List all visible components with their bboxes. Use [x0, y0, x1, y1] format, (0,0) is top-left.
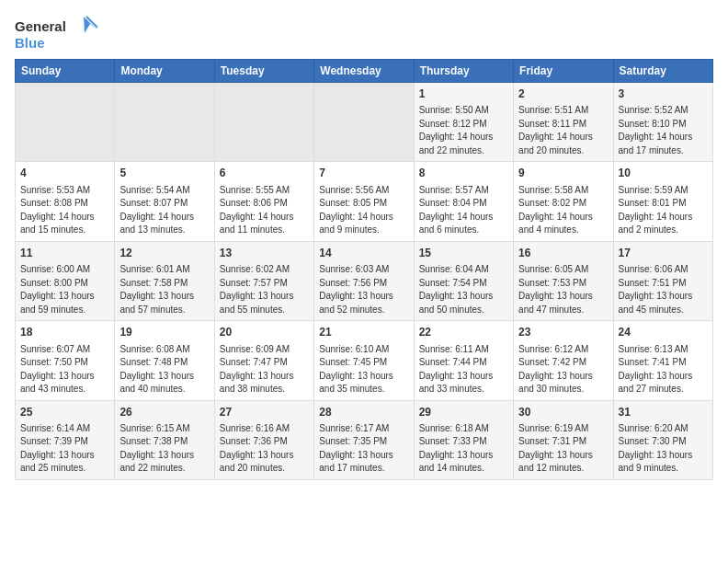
- day-number: 1: [419, 86, 508, 102]
- cell-content: Sunrise: 6:15 AM Sunset: 7:38 PM Dayligh…: [119, 422, 209, 476]
- cell-content: Sunrise: 6:16 AM Sunset: 7:36 PM Dayligh…: [220, 422, 309, 476]
- calendar-cell: 18Sunrise: 6:07 AM Sunset: 7:50 PM Dayli…: [16, 321, 115, 400]
- calendar-table: SundayMondayTuesdayWednesdayThursdayFrid…: [15, 59, 713, 480]
- day-header-wednesday: Wednesday: [314, 60, 414, 83]
- cell-content: Sunrise: 5:59 AM Sunset: 8:01 PM Dayligh…: [619, 184, 708, 237]
- calendar-cell: 13Sunrise: 6:02 AM Sunset: 7:57 PM Dayli…: [214, 241, 313, 320]
- calendar-cell: 17Sunrise: 6:06 AM Sunset: 7:51 PM Dayli…: [613, 241, 712, 320]
- day-number: 9: [518, 166, 608, 181]
- day-header-thursday: Thursday: [414, 60, 513, 83]
- calendar-cell: 20Sunrise: 6:09 AM Sunset: 7:47 PM Dayli…: [214, 321, 313, 400]
- svg-text:Blue: Blue: [15, 35, 45, 51]
- day-number: 8: [419, 166, 508, 181]
- day-number: 21: [319, 325, 408, 340]
- day-number: 10: [619, 166, 708, 181]
- week-row-5: 25Sunrise: 6:14 AM Sunset: 7:39 PM Dayli…: [16, 400, 713, 479]
- day-number: 27: [220, 405, 309, 420]
- day-number: 13: [220, 246, 309, 261]
- calendar-cell: 27Sunrise: 6:16 AM Sunset: 7:36 PM Dayli…: [214, 400, 313, 479]
- calendar-cell: 22Sunrise: 6:11 AM Sunset: 7:44 PM Dayli…: [414, 321, 513, 400]
- cell-content: Sunrise: 6:18 AM Sunset: 7:33 PM Dayligh…: [419, 422, 508, 476]
- page-header: General Blue: [15, 15, 713, 52]
- day-number: 14: [319, 246, 408, 261]
- calendar-cell: [214, 83, 313, 162]
- calendar-cell: [314, 83, 414, 162]
- calendar-cell: 23Sunrise: 6:12 AM Sunset: 7:42 PM Dayli…: [514, 321, 613, 400]
- day-number: 15: [419, 246, 508, 261]
- calendar-cell: 2Sunrise: 5:51 AM Sunset: 8:11 PM Daylig…: [514, 83, 613, 162]
- cell-content: Sunrise: 5:57 AM Sunset: 8:04 PM Dayligh…: [419, 184, 508, 237]
- cell-content: Sunrise: 6:01 AM Sunset: 7:58 PM Dayligh…: [119, 263, 209, 316]
- day-number: 12: [119, 246, 209, 261]
- day-number: 24: [619, 325, 708, 340]
- cell-content: Sunrise: 6:17 AM Sunset: 7:35 PM Dayligh…: [319, 422, 408, 476]
- cell-content: Sunrise: 6:09 AM Sunset: 7:47 PM Dayligh…: [220, 343, 309, 396]
- cell-content: Sunrise: 5:50 AM Sunset: 8:12 PM Dayligh…: [419, 104, 508, 157]
- cell-content: Sunrise: 6:12 AM Sunset: 7:42 PM Dayligh…: [518, 343, 608, 396]
- calendar-cell: 4Sunrise: 5:53 AM Sunset: 8:08 PM Daylig…: [16, 162, 115, 241]
- day-number: 20: [220, 325, 309, 340]
- calendar-cell: 6Sunrise: 5:55 AM Sunset: 8:06 PM Daylig…: [214, 162, 313, 241]
- day-number: 16: [518, 246, 608, 261]
- calendar-cell: [16, 83, 115, 162]
- calendar-cell: 5Sunrise: 5:54 AM Sunset: 8:07 PM Daylig…: [115, 162, 214, 241]
- calendar-cell: 9Sunrise: 5:58 AM Sunset: 8:02 PM Daylig…: [514, 162, 613, 241]
- cell-content: Sunrise: 6:08 AM Sunset: 7:48 PM Dayligh…: [119, 343, 209, 396]
- cell-content: Sunrise: 5:58 AM Sunset: 8:02 PM Dayligh…: [518, 184, 608, 237]
- cell-content: Sunrise: 6:02 AM Sunset: 7:57 PM Dayligh…: [220, 263, 309, 316]
- day-header-tuesday: Tuesday: [214, 60, 313, 83]
- calendar-cell: 29Sunrise: 6:18 AM Sunset: 7:33 PM Dayli…: [414, 400, 513, 479]
- day-number: 18: [20, 325, 109, 340]
- day-number: 23: [518, 325, 608, 340]
- calendar-cell: 16Sunrise: 6:05 AM Sunset: 7:53 PM Dayli…: [514, 241, 613, 320]
- day-number: 19: [119, 325, 209, 340]
- day-number: 11: [20, 246, 109, 261]
- calendar-cell: 8Sunrise: 5:57 AM Sunset: 8:04 PM Daylig…: [414, 162, 513, 241]
- cell-content: Sunrise: 6:11 AM Sunset: 7:44 PM Dayligh…: [419, 343, 508, 396]
- calendar-cell: 3Sunrise: 5:52 AM Sunset: 8:10 PM Daylig…: [613, 83, 712, 162]
- day-number: 17: [619, 246, 708, 261]
- cell-content: Sunrise: 5:51 AM Sunset: 8:11 PM Dayligh…: [518, 104, 608, 157]
- cell-content: Sunrise: 5:56 AM Sunset: 8:05 PM Dayligh…: [319, 184, 408, 237]
- logo: General Blue: [15, 15, 97, 52]
- calendar-cell: 25Sunrise: 6:14 AM Sunset: 7:39 PM Dayli…: [16, 400, 115, 479]
- svg-text:General: General: [15, 18, 66, 34]
- week-row-4: 18Sunrise: 6:07 AM Sunset: 7:50 PM Dayli…: [16, 321, 713, 400]
- cell-content: Sunrise: 5:55 AM Sunset: 8:06 PM Dayligh…: [220, 184, 309, 237]
- calendar-cell: [115, 83, 214, 162]
- day-number: 26: [119, 405, 209, 420]
- calendar-cell: 31Sunrise: 6:20 AM Sunset: 7:30 PM Dayli…: [613, 400, 712, 479]
- week-row-3: 11Sunrise: 6:00 AM Sunset: 8:00 PM Dayli…: [16, 241, 713, 320]
- cell-content: Sunrise: 6:19 AM Sunset: 7:31 PM Dayligh…: [518, 422, 608, 476]
- calendar-cell: 24Sunrise: 6:13 AM Sunset: 7:41 PM Dayli…: [613, 321, 712, 400]
- day-number: 25: [20, 405, 109, 420]
- cell-content: Sunrise: 6:07 AM Sunset: 7:50 PM Dayligh…: [20, 343, 109, 396]
- day-number: 22: [419, 325, 508, 340]
- calendar-cell: 14Sunrise: 6:03 AM Sunset: 7:56 PM Dayli…: [314, 241, 414, 320]
- cell-content: Sunrise: 6:04 AM Sunset: 7:54 PM Dayligh…: [419, 263, 508, 316]
- calendar-cell: 12Sunrise: 6:01 AM Sunset: 7:58 PM Dayli…: [115, 241, 214, 320]
- day-number: 5: [119, 166, 209, 181]
- calendar-cell: 1Sunrise: 5:50 AM Sunset: 8:12 PM Daylig…: [414, 83, 513, 162]
- calendar-cell: 11Sunrise: 6:00 AM Sunset: 8:00 PM Dayli…: [16, 241, 115, 320]
- calendar-cell: 28Sunrise: 6:17 AM Sunset: 7:35 PM Dayli…: [314, 400, 414, 479]
- day-header-sunday: Sunday: [16, 60, 115, 83]
- day-number: 4: [20, 166, 109, 181]
- cell-content: Sunrise: 6:05 AM Sunset: 7:53 PM Dayligh…: [518, 263, 608, 316]
- day-header-saturday: Saturday: [613, 60, 712, 83]
- cell-content: Sunrise: 6:14 AM Sunset: 7:39 PM Dayligh…: [20, 422, 109, 476]
- calendar-cell: 7Sunrise: 5:56 AM Sunset: 8:05 PM Daylig…: [314, 162, 414, 241]
- cell-content: Sunrise: 6:00 AM Sunset: 8:00 PM Dayligh…: [20, 263, 109, 316]
- week-row-2: 4Sunrise: 5:53 AM Sunset: 8:08 PM Daylig…: [16, 162, 713, 241]
- day-number: 3: [619, 86, 708, 102]
- day-number: 31: [619, 405, 708, 420]
- logo-svg: General Blue: [15, 15, 97, 52]
- day-number: 7: [319, 166, 408, 181]
- day-number: 29: [419, 405, 508, 420]
- day-number: 30: [518, 405, 608, 420]
- cell-content: Sunrise: 6:10 AM Sunset: 7:45 PM Dayligh…: [319, 343, 408, 396]
- day-number: 2: [518, 86, 608, 102]
- week-row-1: 1Sunrise: 5:50 AM Sunset: 8:12 PM Daylig…: [16, 83, 713, 162]
- cell-content: Sunrise: 5:53 AM Sunset: 8:08 PM Dayligh…: [20, 184, 109, 237]
- cell-content: Sunrise: 6:13 AM Sunset: 7:41 PM Dayligh…: [619, 343, 708, 396]
